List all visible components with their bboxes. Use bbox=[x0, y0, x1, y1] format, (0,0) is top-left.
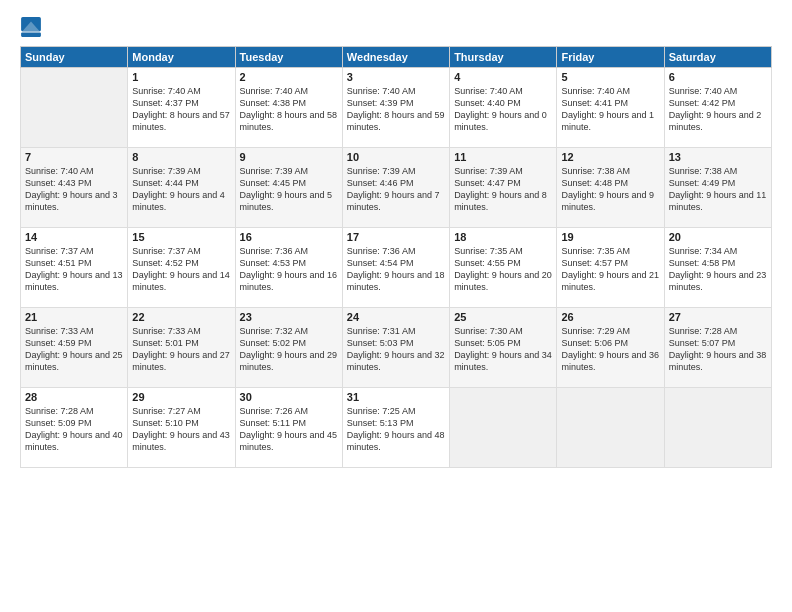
day-number: 2 bbox=[240, 71, 338, 83]
calendar-cell: 26Sunrise: 7:29 AMSunset: 5:06 PMDayligh… bbox=[557, 308, 664, 388]
calendar-cell: 25Sunrise: 7:30 AMSunset: 5:05 PMDayligh… bbox=[450, 308, 557, 388]
header-row: SundayMondayTuesdayWednesdayThursdayFrid… bbox=[21, 47, 772, 68]
calendar-cell bbox=[664, 388, 771, 468]
calendar-cell: 5Sunrise: 7:40 AMSunset: 4:41 PMDaylight… bbox=[557, 68, 664, 148]
cell-info: Sunrise: 7:37 AMSunset: 4:51 PMDaylight:… bbox=[25, 245, 123, 294]
logo-area bbox=[20, 16, 50, 38]
calendar-cell: 10Sunrise: 7:39 AMSunset: 4:46 PMDayligh… bbox=[342, 148, 449, 228]
calendar-cell: 31Sunrise: 7:25 AMSunset: 5:13 PMDayligh… bbox=[342, 388, 449, 468]
cell-info: Sunrise: 7:27 AMSunset: 5:10 PMDaylight:… bbox=[132, 405, 230, 454]
calendar-cell: 3Sunrise: 7:40 AMSunset: 4:39 PMDaylight… bbox=[342, 68, 449, 148]
calendar-cell: 28Sunrise: 7:28 AMSunset: 5:09 PMDayligh… bbox=[21, 388, 128, 468]
cell-info: Sunrise: 7:38 AMSunset: 4:49 PMDaylight:… bbox=[669, 165, 767, 214]
day-number: 9 bbox=[240, 151, 338, 163]
calendar-cell: 7Sunrise: 7:40 AMSunset: 4:43 PMDaylight… bbox=[21, 148, 128, 228]
cell-info: Sunrise: 7:36 AMSunset: 4:54 PMDaylight:… bbox=[347, 245, 445, 294]
day-number: 15 bbox=[132, 231, 230, 243]
cell-info: Sunrise: 7:32 AMSunset: 5:02 PMDaylight:… bbox=[240, 325, 338, 374]
cell-info: Sunrise: 7:40 AMSunset: 4:43 PMDaylight:… bbox=[25, 165, 123, 214]
day-number: 10 bbox=[347, 151, 445, 163]
cell-info: Sunrise: 7:40 AMSunset: 4:40 PMDaylight:… bbox=[454, 85, 552, 134]
day-number: 6 bbox=[669, 71, 767, 83]
header-cell-thursday: Thursday bbox=[450, 47, 557, 68]
week-row-0: 1Sunrise: 7:40 AMSunset: 4:37 PMDaylight… bbox=[21, 68, 772, 148]
cell-info: Sunrise: 7:39 AMSunset: 4:46 PMDaylight:… bbox=[347, 165, 445, 214]
header-cell-saturday: Saturday bbox=[664, 47, 771, 68]
calendar-cell: 11Sunrise: 7:39 AMSunset: 4:47 PMDayligh… bbox=[450, 148, 557, 228]
day-number: 1 bbox=[132, 71, 230, 83]
cell-info: Sunrise: 7:38 AMSunset: 4:48 PMDaylight:… bbox=[561, 165, 659, 214]
calendar-cell: 2Sunrise: 7:40 AMSunset: 4:38 PMDaylight… bbox=[235, 68, 342, 148]
cell-info: Sunrise: 7:34 AMSunset: 4:58 PMDaylight:… bbox=[669, 245, 767, 294]
cell-info: Sunrise: 7:35 AMSunset: 4:55 PMDaylight:… bbox=[454, 245, 552, 294]
calendar-cell bbox=[21, 68, 128, 148]
calendar-header: SundayMondayTuesdayWednesdayThursdayFrid… bbox=[21, 47, 772, 68]
calendar-cell: 21Sunrise: 7:33 AMSunset: 4:59 PMDayligh… bbox=[21, 308, 128, 388]
day-number: 7 bbox=[25, 151, 123, 163]
cell-info: Sunrise: 7:31 AMSunset: 5:03 PMDaylight:… bbox=[347, 325, 445, 374]
day-number: 8 bbox=[132, 151, 230, 163]
calendar-cell: 15Sunrise: 7:37 AMSunset: 4:52 PMDayligh… bbox=[128, 228, 235, 308]
cell-info: Sunrise: 7:39 AMSunset: 4:47 PMDaylight:… bbox=[454, 165, 552, 214]
cell-info: Sunrise: 7:29 AMSunset: 5:06 PMDaylight:… bbox=[561, 325, 659, 374]
cell-info: Sunrise: 7:35 AMSunset: 4:57 PMDaylight:… bbox=[561, 245, 659, 294]
calendar-body: 1Sunrise: 7:40 AMSunset: 4:37 PMDaylight… bbox=[21, 68, 772, 468]
calendar-cell: 18Sunrise: 7:35 AMSunset: 4:55 PMDayligh… bbox=[450, 228, 557, 308]
cell-info: Sunrise: 7:36 AMSunset: 4:53 PMDaylight:… bbox=[240, 245, 338, 294]
day-number: 5 bbox=[561, 71, 659, 83]
cell-info: Sunrise: 7:28 AMSunset: 5:07 PMDaylight:… bbox=[669, 325, 767, 374]
day-number: 22 bbox=[132, 311, 230, 323]
day-number: 17 bbox=[347, 231, 445, 243]
header-cell-sunday: Sunday bbox=[21, 47, 128, 68]
calendar-cell: 29Sunrise: 7:27 AMSunset: 5:10 PMDayligh… bbox=[128, 388, 235, 468]
day-number: 19 bbox=[561, 231, 659, 243]
day-number: 26 bbox=[561, 311, 659, 323]
cell-info: Sunrise: 7:39 AMSunset: 4:45 PMDaylight:… bbox=[240, 165, 338, 214]
header-cell-wednesday: Wednesday bbox=[342, 47, 449, 68]
logo-icon bbox=[20, 16, 42, 38]
cell-info: Sunrise: 7:33 AMSunset: 4:59 PMDaylight:… bbox=[25, 325, 123, 374]
day-number: 14 bbox=[25, 231, 123, 243]
day-number: 29 bbox=[132, 391, 230, 403]
day-number: 24 bbox=[347, 311, 445, 323]
cell-info: Sunrise: 7:26 AMSunset: 5:11 PMDaylight:… bbox=[240, 405, 338, 454]
day-number: 27 bbox=[669, 311, 767, 323]
cell-info: Sunrise: 7:28 AMSunset: 5:09 PMDaylight:… bbox=[25, 405, 123, 454]
week-row-4: 28Sunrise: 7:28 AMSunset: 5:09 PMDayligh… bbox=[21, 388, 772, 468]
calendar-cell bbox=[557, 388, 664, 468]
calendar-cell: 12Sunrise: 7:38 AMSunset: 4:48 PMDayligh… bbox=[557, 148, 664, 228]
cell-info: Sunrise: 7:40 AMSunset: 4:39 PMDaylight:… bbox=[347, 85, 445, 134]
cell-info: Sunrise: 7:39 AMSunset: 4:44 PMDaylight:… bbox=[132, 165, 230, 214]
day-number: 11 bbox=[454, 151, 552, 163]
day-number: 30 bbox=[240, 391, 338, 403]
calendar-table: SundayMondayTuesdayWednesdayThursdayFrid… bbox=[20, 46, 772, 468]
header-cell-monday: Monday bbox=[128, 47, 235, 68]
day-number: 23 bbox=[240, 311, 338, 323]
day-number: 21 bbox=[25, 311, 123, 323]
svg-rect-2 bbox=[21, 33, 41, 37]
cell-info: Sunrise: 7:30 AMSunset: 5:05 PMDaylight:… bbox=[454, 325, 552, 374]
calendar-cell: 27Sunrise: 7:28 AMSunset: 5:07 PMDayligh… bbox=[664, 308, 771, 388]
calendar-cell: 16Sunrise: 7:36 AMSunset: 4:53 PMDayligh… bbox=[235, 228, 342, 308]
calendar-cell: 1Sunrise: 7:40 AMSunset: 4:37 PMDaylight… bbox=[128, 68, 235, 148]
week-row-2: 14Sunrise: 7:37 AMSunset: 4:51 PMDayligh… bbox=[21, 228, 772, 308]
week-row-3: 21Sunrise: 7:33 AMSunset: 4:59 PMDayligh… bbox=[21, 308, 772, 388]
calendar-cell: 9Sunrise: 7:39 AMSunset: 4:45 PMDaylight… bbox=[235, 148, 342, 228]
calendar-cell: 4Sunrise: 7:40 AMSunset: 4:40 PMDaylight… bbox=[450, 68, 557, 148]
page: SundayMondayTuesdayWednesdayThursdayFrid… bbox=[0, 0, 792, 612]
cell-info: Sunrise: 7:40 AMSunset: 4:38 PMDaylight:… bbox=[240, 85, 338, 134]
calendar-cell: 19Sunrise: 7:35 AMSunset: 4:57 PMDayligh… bbox=[557, 228, 664, 308]
calendar-cell: 13Sunrise: 7:38 AMSunset: 4:49 PMDayligh… bbox=[664, 148, 771, 228]
day-number: 12 bbox=[561, 151, 659, 163]
calendar-cell: 23Sunrise: 7:32 AMSunset: 5:02 PMDayligh… bbox=[235, 308, 342, 388]
calendar-cell: 14Sunrise: 7:37 AMSunset: 4:51 PMDayligh… bbox=[21, 228, 128, 308]
day-number: 13 bbox=[669, 151, 767, 163]
header-cell-tuesday: Tuesday bbox=[235, 47, 342, 68]
calendar-cell: 30Sunrise: 7:26 AMSunset: 5:11 PMDayligh… bbox=[235, 388, 342, 468]
day-number: 16 bbox=[240, 231, 338, 243]
calendar-cell bbox=[450, 388, 557, 468]
day-number: 28 bbox=[25, 391, 123, 403]
day-number: 25 bbox=[454, 311, 552, 323]
calendar-cell: 24Sunrise: 7:31 AMSunset: 5:03 PMDayligh… bbox=[342, 308, 449, 388]
calendar-cell: 8Sunrise: 7:39 AMSunset: 4:44 PMDaylight… bbox=[128, 148, 235, 228]
